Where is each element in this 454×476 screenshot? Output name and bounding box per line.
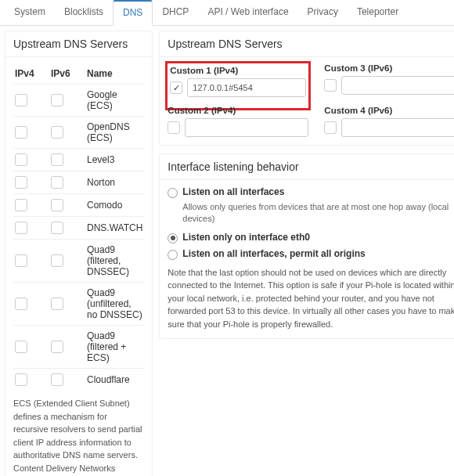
iface-permit-radio[interactable]	[168, 250, 178, 260]
iface-eth0-label: Listen only on interface eth0	[182, 232, 310, 243]
provider-ipv6-checkbox[interactable]	[51, 199, 63, 211]
col-name: Name	[87, 68, 142, 79]
provider-ipv6-checkbox[interactable]	[51, 298, 63, 310]
provider-ipv6-checkbox[interactable]	[51, 153, 63, 166]
provider-ipv4-checkbox[interactable]	[15, 254, 27, 267]
provider-name: Quad9 (unfiltered, no DNSSEC)	[87, 287, 142, 320]
provider-row: Comodo	[13, 193, 144, 216]
provider-row: Quad9 (filtered, DNSSEC)	[13, 239, 144, 282]
provider-name: Quad9 (filtered + ECS)	[87, 330, 142, 363]
custom3-checkbox[interactable]	[324, 79, 337, 92]
providers-header: IPv4 IPv6 Name	[13, 63, 144, 84]
provider-name: Norton	[87, 177, 142, 188]
custom2-label: Custom 2 (IPv4)	[168, 106, 308, 115]
provider-ipv6-checkbox[interactable]	[51, 254, 63, 267]
custom3-label: Custom 3 (IPv6)	[324, 63, 454, 73]
custom1-input[interactable]	[187, 78, 306, 97]
custom1-label: Custom 1 (IPv4)	[170, 66, 306, 75]
provider-name: Cloudflare	[87, 374, 142, 385]
provider-name: Google (ECS)	[87, 89, 142, 111]
tab-dhcp[interactable]: DHCP	[153, 0, 198, 26]
interface-listening-panel: Interface listening behavior Listen on a…	[159, 153, 454, 339]
provider-ipv4-checkbox[interactable]	[15, 199, 27, 211]
upstream-dns-custom-panel: Upstream DNS Servers Custom 1 (IPv4) Cus…	[159, 31, 454, 146]
panel-heading: Interface listening behavior	[160, 154, 454, 180]
provider-ipv4-checkbox[interactable]	[15, 298, 27, 310]
custom1-highlight: Custom 1 (IPv4)	[165, 61, 311, 110]
provider-ipv6-checkbox[interactable]	[51, 222, 63, 234]
provider-ipv4-checkbox[interactable]	[15, 341, 27, 353]
tab-privacy[interactable]: Privacy	[298, 0, 348, 26]
iface-all-radio[interactable]	[168, 188, 178, 198]
panel-heading: Upstream DNS Servers	[160, 31, 454, 57]
iface-all-label: Listen on all interfaces	[182, 186, 284, 197]
provider-row: Google (ECS)	[13, 84, 144, 116]
provider-row: OpenDNS (ECS)	[13, 116, 144, 148]
provider-row: Level3	[13, 148, 144, 171]
provider-ipv6-checkbox[interactable]	[51, 176, 63, 189]
provider-ipv4-checkbox[interactable]	[15, 222, 27, 234]
provider-ipv4-checkbox[interactable]	[15, 373, 27, 386]
provider-ipv4-checkbox[interactable]	[15, 176, 27, 189]
custom1-checkbox[interactable]	[170, 81, 182, 94]
settings-tabs: System Blocklists DNS DHCP API / Web int…	[0, 0, 454, 26]
upstream-dns-providers-panel: Upstream DNS Servers IPv4 IPv6 Name Goog…	[5, 31, 153, 476]
iface-permit-label: Listen on all interfaces, permit all ori…	[182, 248, 365, 259]
provider-ipv6-checkbox[interactable]	[51, 341, 63, 353]
provider-row: Quad9 (unfiltered, no DNSSEC)	[13, 282, 144, 325]
tab-api[interactable]: API / Web interface	[198, 0, 297, 26]
custom2-input[interactable]	[185, 118, 308, 137]
provider-ipv4-checkbox[interactable]	[15, 94, 27, 106]
tab-blocklists[interactable]: Blocklists	[55, 0, 113, 26]
iface-note: Note that the last option should not be …	[168, 266, 454, 331]
iface-all-desc: Allows only queries from devices that ar…	[182, 201, 454, 225]
provider-row: Norton	[13, 171, 144, 193]
custom4-checkbox[interactable]	[324, 121, 337, 134]
provider-ipv4-checkbox[interactable]	[15, 126, 27, 139]
provider-row: DNS.WATCH	[13, 216, 144, 239]
custom4-input[interactable]	[341, 118, 454, 137]
provider-name: OpenDNS (ECS)	[87, 121, 142, 143]
provider-name: Level3	[87, 154, 142, 165]
provider-ipv6-checkbox[interactable]	[51, 373, 63, 386]
col-ipv6: IPv6	[51, 68, 82, 79]
iface-eth0-radio[interactable]	[168, 233, 178, 243]
tab-teleporter[interactable]: Teleporter	[348, 0, 408, 26]
col-ipv4: IPv4	[15, 68, 46, 79]
provider-name: DNS.WATCH	[87, 222, 142, 233]
custom4-label: Custom 4 (IPv6)	[324, 106, 454, 115]
provider-name: Comodo	[87, 200, 142, 211]
panel-heading: Upstream DNS Servers	[5, 31, 152, 57]
tab-system[interactable]: System	[5, 0, 55, 26]
provider-ipv6-checkbox[interactable]	[51, 94, 63, 106]
custom2-checkbox[interactable]	[168, 121, 180, 134]
provider-row: Quad9 (filtered + ECS)	[13, 325, 144, 368]
provider-name: Quad9 (filtered, DNSSEC)	[87, 244, 142, 277]
tab-dns[interactable]: DNS	[113, 0, 153, 26]
ecs-note: ECS (Extended Client Subnet) defines a m…	[13, 397, 144, 476]
provider-ipv6-checkbox[interactable]	[51, 126, 63, 139]
provider-row: Cloudflare	[13, 368, 144, 391]
custom3-input[interactable]	[341, 76, 454, 95]
provider-ipv4-checkbox[interactable]	[15, 153, 27, 166]
